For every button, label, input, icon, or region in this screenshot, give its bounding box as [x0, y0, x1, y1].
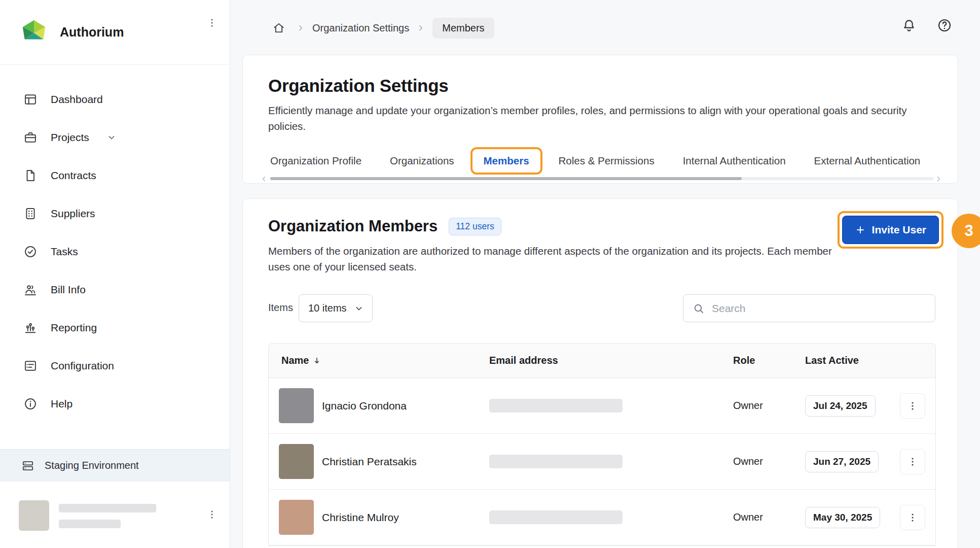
staging-environment-selector[interactable]: Staging Environment: [0, 449, 230, 482]
row-actions-menu-button[interactable]: [900, 449, 925, 474]
sidebar-item-label: Configuration: [51, 360, 114, 372]
page-header-card: Organization Settings Efficiently manage…: [242, 55, 958, 184]
member-name: Christine Mulroy: [322, 511, 399, 524]
chevron-right-icon: [296, 23, 305, 32]
user-profile-section: [0, 482, 230, 548]
breadcrumb-home-button[interactable]: [269, 18, 289, 38]
suppliers-icon: [23, 207, 38, 221]
members-table-header: Name Email address Role Last Active: [269, 344, 935, 378]
tab-scroll-right-arrow[interactable]: [935, 175, 942, 183]
member-avatar: [279, 444, 314, 479]
notifications-button[interactable]: [899, 15, 919, 36]
member-name: Christian Peratsakis: [322, 456, 417, 468]
sidebar-item-bill-info[interactable]: Bill Info: [0, 270, 230, 309]
last-active-chip: May 30, 2025: [805, 507, 880, 528]
sidebar-item-label: Reporting: [51, 322, 97, 334]
sidebar-item-reporting[interactable]: Reporting: [0, 309, 230, 347]
tab-internal-authentication[interactable]: Internal Authentication: [683, 155, 786, 167]
email-redacted-bar: [489, 455, 623, 468]
page-title: Organization Settings: [268, 76, 958, 96]
environment-label: Staging Environment: [45, 460, 139, 471]
tab-organization-profile[interactable]: Organization Profile: [270, 155, 361, 167]
sort-descending-icon: [312, 356, 322, 366]
user-name-redacted-bar: [59, 504, 156, 512]
sidebar-item-label: Contracts: [51, 169, 96, 182]
sidebar-item-help[interactable]: Help: [0, 385, 230, 423]
sidebar-item-label: Bill Info: [51, 284, 86, 296]
sidebar-item-dashboard[interactable]: Dashboard: [0, 80, 230, 118]
sidebar-item-suppliers[interactable]: Suppliers: [0, 194, 230, 232]
kebab-menu-icon: [907, 512, 918, 523]
chevron-left-icon: [260, 175, 268, 183]
users-count-badge: 112 users: [449, 218, 501, 235]
topbar-actions: [899, 15, 955, 36]
tab-members[interactable]: Members: [483, 155, 530, 167]
invite-user-label: Invite User: [872, 224, 926, 236]
search-box: [683, 294, 935, 322]
column-header-name[interactable]: Name: [269, 355, 489, 366]
member-avatar: [279, 500, 314, 535]
tasks-icon: [23, 245, 38, 259]
app-logo-icon: [19, 18, 49, 47]
organization-members-card: Organization Members 112 users Members o…: [242, 198, 958, 548]
projects-icon: [23, 130, 38, 145]
items-per-page-dropdown[interactable]: 10 items: [299, 294, 373, 322]
tab-scrollbar-thumb[interactable]: [270, 177, 742, 180]
sidebar: Authorium Dashboard Projects Contracts S…: [0, 0, 230, 548]
sidebar-kebab-menu-button[interactable]: [202, 13, 222, 32]
tab-bar: Organization Profile Organizations Membe…: [270, 145, 920, 177]
user-avatar: [19, 500, 49, 531]
sidebar-item-projects[interactable]: Projects: [0, 118, 230, 156]
kebab-menu-icon: [907, 456, 918, 467]
help-button[interactable]: [934, 15, 955, 36]
environment-stack-icon: [21, 459, 34, 472]
sidebar-nav: Dashboard Projects Contracts Suppliers T…: [0, 65, 230, 423]
annotation-box-invite-user: Invite User: [838, 211, 943, 249]
search-input[interactable]: [712, 302, 926, 315]
reporting-icon: [23, 321, 38, 335]
member-name: Ignacio Grondona: [322, 400, 407, 412]
home-icon: [272, 21, 285, 35]
sidebar-item-label: Suppliers: [51, 208, 95, 220]
members-title: Organization Members: [268, 217, 438, 235]
kebab-menu-icon: [206, 509, 217, 520]
sidebar-item-label: Projects: [51, 131, 89, 144]
user-email-redacted-bar: [59, 520, 121, 528]
sidebar-item-contracts[interactable]: Contracts: [0, 156, 230, 194]
contracts-icon: [23, 168, 38, 183]
member-role: Owner: [733, 511, 805, 523]
user-kebab-menu-button[interactable]: [202, 505, 222, 524]
plus-icon: [855, 224, 866, 235]
member-role: Owner: [733, 400, 805, 412]
tab-external-authentication[interactable]: External Authentication: [814, 155, 921, 167]
sidebar-item-configuration[interactable]: Configuration: [0, 347, 230, 385]
items-per-page-label: Items: [268, 302, 293, 314]
row-actions-menu-button[interactable]: [900, 505, 925, 530]
sidebar-item-label: Dashboard: [51, 93, 103, 106]
bell-icon: [901, 18, 917, 33]
items-per-page-value: 10 items: [308, 302, 347, 314]
sidebar-item-label: Tasks: [51, 246, 78, 258]
breadcrumb-section-link[interactable]: Organization Settings: [312, 22, 409, 34]
page-description: Efficiently manage and update your organ…: [268, 102, 925, 134]
configuration-icon: [23, 359, 38, 373]
tab-roles-permissions[interactable]: Roles & Permissions: [559, 155, 655, 167]
tab-scroll-left-arrow[interactable]: [260, 175, 268, 183]
kebab-menu-icon: [206, 17, 217, 28]
tab-members-label: Members: [484, 155, 529, 166]
row-actions-menu-button[interactable]: [900, 393, 925, 419]
invite-user-button[interactable]: Invite User: [842, 216, 939, 244]
member-role: Owner: [733, 456, 805, 467]
tab-scrollbar-track[interactable]: [270, 177, 933, 180]
chevron-down-icon: [354, 303, 364, 314]
breadcrumb-current-page: Members: [432, 18, 494, 39]
sidebar-header: Authorium: [0, 0, 230, 65]
member-avatar: [279, 388, 314, 423]
sidebar-item-tasks[interactable]: Tasks: [0, 232, 230, 270]
chevron-right-icon: [416, 23, 425, 32]
breadcrumb: Organization Settings Members: [269, 17, 494, 39]
tab-organizations[interactable]: Organizations: [390, 155, 454, 167]
main-content: Organization Settings Members Organizati…: [230, 0, 980, 548]
bill-info-icon: [23, 283, 38, 297]
search-icon: [693, 302, 705, 315]
